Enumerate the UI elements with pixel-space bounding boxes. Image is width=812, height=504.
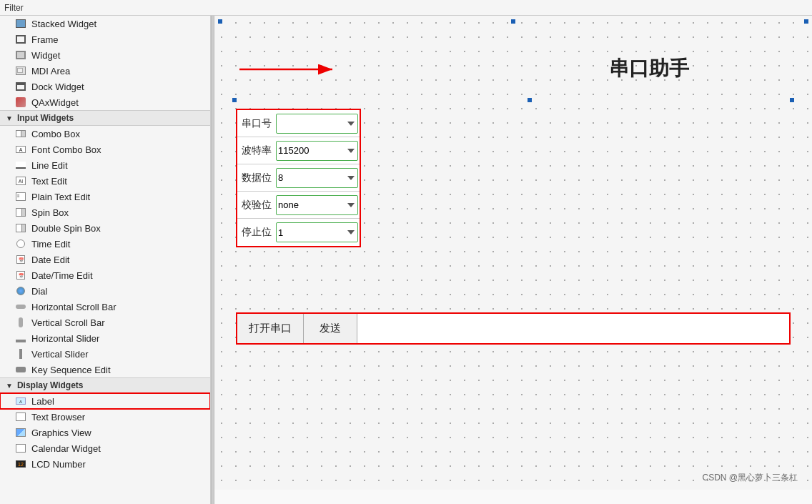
sidebar-item-label: Spin Box xyxy=(31,207,69,218)
sidebar-item-qaxwidget[interactable]: QAxWidget xyxy=(0,94,210,110)
double-spin-icon xyxy=(14,222,27,234)
sidebar-item-dial[interactable]: Dial xyxy=(0,283,210,299)
frame-icon xyxy=(14,33,27,46)
sidebar-item-label: Plain Text Edit xyxy=(31,192,90,202)
sidebar-item-label: Font Combo Box xyxy=(31,144,102,155)
serial-port-form: 串口号 COM1 COM2 COM3 波特率 9600 115200 xyxy=(236,109,361,247)
sidebar-item-time-edit[interactable]: Time Edit xyxy=(0,236,210,252)
serial-port-label: 串口号 xyxy=(237,117,274,130)
sidebar-item-graphics-view[interactable]: Graphics View xyxy=(0,425,210,440)
sidebar-item-label: Calendar Widget xyxy=(31,443,101,454)
sidebar-item-label: Dock Widget xyxy=(31,81,84,92)
sidebar-item-font-combo-box[interactable]: A Font Combo Box xyxy=(0,142,210,157)
content-area: 串口助手 串口号 COM1 COM2 COM3 xyxy=(214,16,812,504)
canvas-dotted-bg: 串口助手 串口号 COM1 COM2 COM3 xyxy=(214,16,812,490)
input-widgets-header[interactable]: ▼ Input Widgets xyxy=(0,110,210,126)
sidebar-item-datetime-edit[interactable]: 📅 Date/Time Edit xyxy=(0,267,210,283)
sidebar-item-text-edit[interactable]: AI Text Edit xyxy=(0,173,210,189)
sidebar-item-lcd-number[interactable]: 12 LCD Number xyxy=(0,456,210,472)
sidebar-item-label[interactable]: A Label xyxy=(0,393,210,409)
handle-inner-tl xyxy=(232,98,237,102)
collapse-arrow2: ▼ xyxy=(6,382,13,390)
sidebar-item-label: Vertical Slider xyxy=(31,349,88,360)
calendar-icon xyxy=(14,442,27,455)
sidebar-item-key-sequence-edit[interactable]: Key Sequence Edit xyxy=(0,362,210,377)
qax-icon xyxy=(14,96,27,109)
sidebar-item-horizontal-scroll-bar[interactable]: Horizontal Scroll Bar xyxy=(0,299,210,315)
plain-text-edit-icon: ≡ xyxy=(14,190,27,203)
sidebar-item-label: Line Edit xyxy=(31,160,68,171)
font-combo-icon: A xyxy=(14,143,27,156)
sidebar-item-stacked-widget[interactable]: Stacked Widget xyxy=(0,16,210,31)
section-label2: Display Widgets xyxy=(17,380,84,390)
key-seq-icon xyxy=(14,363,27,376)
dial-icon xyxy=(14,285,27,297)
watermark: CSDN @黑心萝卜三条杠 xyxy=(702,472,798,484)
hslider-icon xyxy=(14,332,27,345)
sidebar-item-label: Date/Time Edit xyxy=(31,270,93,281)
sidebar-item-line-edit[interactable]: Line Edit xyxy=(0,157,210,173)
section-label: Input Widgets xyxy=(17,113,74,123)
sidebar-item-label: MDI Area xyxy=(31,66,70,76)
text-edit-icon: AI xyxy=(14,174,27,187)
sidebar-item-combo-box[interactable]: Combo Box xyxy=(0,126,210,142)
handle-tl xyxy=(218,19,222,24)
serial-port-select[interactable]: COM1 COM2 COM3 xyxy=(276,114,358,134)
sidebar-item-date-edit[interactable]: 📅 Date Edit xyxy=(0,252,210,267)
sidebar-item-horizontal-slider[interactable]: Horizontal Slider xyxy=(0,330,210,346)
data-bits-label: 数据位 xyxy=(237,172,274,184)
send-input[interactable] xyxy=(357,314,789,343)
handle-inner-tm xyxy=(528,98,532,102)
sidebar-item-calendar-widget[interactable]: Calendar Widget xyxy=(0,440,210,456)
red-arrow-annotation xyxy=(218,55,361,80)
sidebar-item-label: Horizontal Slider xyxy=(31,333,99,344)
sidebar-item-label: Dial xyxy=(31,286,47,297)
baud-rate-label: 波特率 xyxy=(237,144,274,157)
sidebar-item-vertical-scroll-bar[interactable]: Vertical Scroll Bar xyxy=(0,315,210,330)
filter-bar: Filter xyxy=(0,0,812,16)
sidebar-item-dock-widget[interactable]: Dock Widget xyxy=(0,79,210,94)
stacked-widget-icon xyxy=(14,17,27,30)
sidebar-item-label: Graphics View xyxy=(31,428,91,438)
baud-rate-select[interactable]: 9600 115200 xyxy=(276,141,358,161)
canvas-title: 串口助手 xyxy=(486,55,812,82)
sidebar-item-mdi-area[interactable]: MDI Area xyxy=(0,63,210,79)
handle-inner-tr xyxy=(790,98,794,102)
sidebar-item-widget[interactable]: Widget xyxy=(0,47,210,63)
baud-rate-row: 波特率 9600 115200 xyxy=(237,137,360,164)
sidebar-item-label: Frame xyxy=(31,34,59,45)
collapse-arrow: ▼ xyxy=(6,114,13,122)
open-serial-button[interactable]: 打开串口 xyxy=(237,314,304,343)
handle-tr xyxy=(804,19,808,24)
sidebar-item-double-spin-box[interactable]: Double Spin Box xyxy=(0,220,210,236)
parity-label: 校验位 xyxy=(237,199,274,212)
data-bits-select[interactable]: 8 7 xyxy=(276,168,358,188)
parity-row: 校验位 none odd even xyxy=(237,192,360,219)
sidebar-item-label: QAxWidget xyxy=(31,97,79,108)
label-icon: A xyxy=(14,395,27,407)
sidebar-item-spin-box[interactable]: Spin Box xyxy=(0,204,210,220)
vslider-icon xyxy=(14,347,27,360)
sidebar-item-label: Text Browser xyxy=(31,412,85,423)
sidebar-item-label: LCD Number xyxy=(31,459,86,470)
sidebar-item-label: Time Edit xyxy=(31,239,70,249)
combo-box-icon xyxy=(14,127,27,140)
widget-icon xyxy=(14,49,27,61)
sidebar-item-frame[interactable]: Frame xyxy=(0,31,210,47)
display-widgets-header[interactable]: ▼ Display Widgets xyxy=(0,377,210,393)
text-browser-icon xyxy=(14,410,27,423)
stop-bits-row: 停止位 1 2 xyxy=(237,219,360,246)
sidebar-item-vertical-slider[interactable]: Vertical Slider xyxy=(0,346,210,362)
data-bits-row: 数据位 8 7 xyxy=(237,164,360,192)
sidebar-item-plain-text-edit[interactable]: ≡ Plain Text Edit xyxy=(0,189,210,204)
sidebar-item-label: Vertical Scroll Bar xyxy=(31,317,105,328)
stop-bits-select[interactable]: 1 2 xyxy=(276,222,358,242)
graphics-view-icon xyxy=(14,426,27,439)
sidebar-item-text-browser[interactable]: Text Browser xyxy=(0,409,210,425)
hscroll-icon xyxy=(14,300,27,313)
parity-select[interactable]: none odd even xyxy=(276,195,358,215)
sidebar-item-label: Date Edit xyxy=(31,255,69,265)
send-button[interactable]: 发送 xyxy=(304,314,357,343)
filter-label: Filter xyxy=(4,3,24,13)
sidebar-item-label: Key Sequence Edit xyxy=(31,365,111,375)
